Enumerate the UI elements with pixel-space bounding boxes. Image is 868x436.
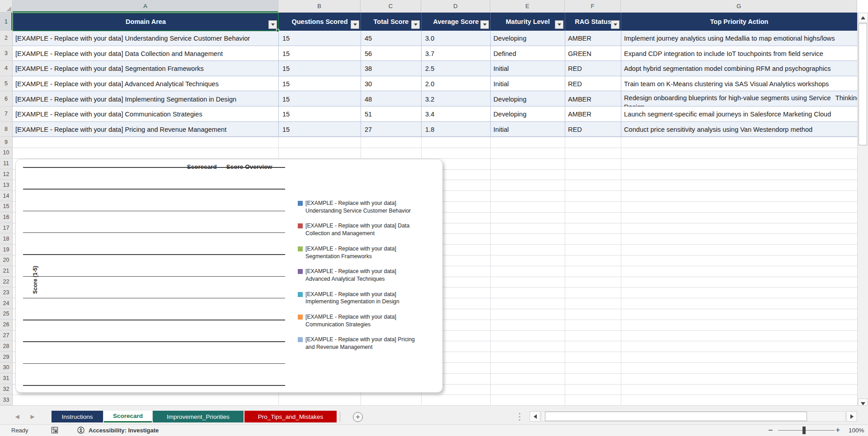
horizontal-scroll-thumb[interactable]	[545, 412, 807, 421]
column-header-A[interactable]: A	[13, 0, 278, 13]
row-header-19[interactable]: 19	[0, 244, 13, 255]
accessibility-status[interactable]: Accessibility: Investigate	[89, 427, 159, 434]
cell-F3[interactable]: GREEN	[565, 46, 627, 61]
cell-E3[interactable]: Defined	[490, 46, 571, 61]
column-header-C[interactable]: C	[361, 0, 421, 13]
cell-D6[interactable]: 3.2	[421, 91, 496, 107]
row-header-13[interactable]: 13	[0, 180, 13, 190]
table-header-0[interactable]: Domain Area	[13, 13, 278, 31]
sheet-tab-improvement_priorities[interactable]: Improvement_Priorities	[153, 411, 244, 422]
tab-scroll-splitter[interactable]: •••	[518, 412, 521, 422]
sheet-tab-instructions[interactable]: Instructions	[52, 411, 103, 422]
cell-B6[interactable]: 15	[278, 91, 366, 107]
cell-C3[interactable]: 56	[361, 46, 427, 61]
cell-A4[interactable]: [EXAMPLE - Replace with your data] Segme…	[13, 61, 284, 76]
cell-C4[interactable]: 38	[361, 61, 427, 76]
cell-A3[interactable]: [EXAMPLE - Replace with your data] Data …	[13, 46, 284, 61]
row-header-32[interactable]: 32	[0, 384, 13, 395]
cell-D7[interactable]: 3.4	[421, 107, 496, 122]
prev-sheet-button[interactable]: ◀	[13, 411, 22, 422]
cell-E8[interactable]: Initial	[490, 122, 571, 137]
row-header-33[interactable]: 33	[0, 394, 13, 405]
row-header-2[interactable]: 2	[0, 31, 13, 46]
legend-item-3[interactable]: [EXAMPLE - Replace with your data]Advanc…	[298, 268, 439, 283]
hscroll-left-button[interactable]	[530, 411, 540, 422]
cell-B8[interactable]: 15	[278, 122, 366, 137]
cell-C5[interactable]: 30	[361, 76, 427, 92]
row-header-5[interactable]: 5	[0, 76, 13, 92]
row-header-4[interactable]: 4	[0, 61, 13, 76]
cell-E2[interactable]: Developing	[490, 31, 571, 46]
cell-A7[interactable]: [EXAMPLE - Replace with your data] Commu…	[13, 107, 284, 122]
row-header-31[interactable]: 31	[0, 373, 13, 384]
row-header-9[interactable]: 9	[0, 137, 13, 148]
cell-B4[interactable]: 15	[278, 61, 366, 76]
legend-item-0[interactable]: [EXAMPLE - Replace with your data]Unders…	[298, 199, 439, 215]
cell-G3[interactable]: Expand CDP integration to include IoT to…	[621, 46, 863, 61]
row-header-6[interactable]: 6	[0, 91, 13, 107]
cell-D8[interactable]: 1.8	[421, 122, 496, 137]
filter-dropdown-F[interactable]	[611, 20, 619, 29]
zoom-in-button[interactable]: +	[835, 426, 840, 435]
row-header-21[interactable]: 21	[0, 266, 13, 277]
cell-F2[interactable]: AMBER	[565, 31, 627, 46]
cell-A2[interactable]: [EXAMPLE - Replace with your data] Under…	[13, 31, 284, 46]
cell-C8[interactable]: 27	[361, 122, 427, 137]
zoom-level[interactable]: 100%	[849, 427, 864, 434]
chart-score-overview[interactable]: Scorecard — Score Overview Score (1-5) […	[15, 159, 443, 393]
row-header-17[interactable]: 17	[0, 223, 13, 234]
legend-item-1[interactable]: [EXAMPLE - Replace with your data] DataC…	[298, 222, 439, 237]
cell-C6[interactable]: 48	[361, 91, 427, 107]
cell-B3[interactable]: 15	[278, 46, 366, 61]
row-header-28[interactable]: 28	[0, 341, 13, 352]
next-sheet-button[interactable]: ▶	[28, 411, 37, 422]
column-header-F[interactable]: F	[565, 0, 621, 13]
filter-dropdown-B[interactable]	[351, 20, 359, 29]
cell-A8[interactable]: [EXAMPLE - Replace with your data] Prici…	[13, 122, 284, 137]
row-header-29[interactable]: 29	[0, 352, 13, 362]
cell-D3[interactable]: 3.7	[421, 46, 496, 61]
vertical-scroll-thumb[interactable]	[859, 23, 867, 145]
row-header-1[interactable]: 1	[0, 13, 13, 31]
zoom-out-button[interactable]: −	[768, 426, 773, 435]
row-header-12[interactable]: 12	[0, 169, 13, 180]
column-header-E[interactable]: E	[490, 0, 565, 13]
legend-item-6[interactable]: [EXAMPLE - Replace with your data] Prici…	[298, 336, 439, 351]
cell-D4[interactable]: 2.5	[421, 61, 496, 76]
row-header-25[interactable]: 25	[0, 309, 13, 320]
cell-D2[interactable]: 3.0	[421, 31, 496, 46]
row-header-7[interactable]: 7	[0, 107, 13, 122]
cell-B7[interactable]: 15	[278, 107, 366, 122]
row-header-30[interactable]: 30	[0, 362, 13, 373]
row-header-10[interactable]: 10	[0, 148, 13, 158]
row-header-15[interactable]: 15	[0, 201, 13, 212]
zoom-slider-thumb[interactable]	[802, 427, 806, 434]
row-header-11[interactable]: 11	[0, 158, 13, 169]
select-all-corner[interactable]	[0, 0, 13, 13]
scroll-up-button[interactable]	[858, 13, 868, 23]
table-header-6[interactable]: Top Priority Action	[621, 13, 857, 31]
cell-F4[interactable]: RED	[565, 61, 627, 76]
cell-F6[interactable]: AMBER	[565, 91, 627, 107]
cell-G2[interactable]: Implement journey analytics using Medall…	[621, 31, 863, 46]
legend-item-5[interactable]: [EXAMPLE - Replace with your data]Commun…	[298, 313, 439, 329]
cell-G6[interactable]: Redesign onboarding blueprints for high-…	[621, 91, 863, 108]
accessibility-icon[interactable]	[77, 426, 85, 435]
column-header-G[interactable]: G	[621, 0, 857, 13]
row-header-22[interactable]: 22	[0, 277, 13, 288]
cell-A6[interactable]: [EXAMPLE - Replace with your data] Imple…	[13, 91, 284, 107]
row-header-27[interactable]: 27	[0, 330, 13, 341]
filter-dropdown-C[interactable]	[411, 20, 420, 29]
row-header-16[interactable]: 16	[0, 212, 13, 223]
cell-E7[interactable]: Developing	[490, 107, 571, 122]
filter-dropdown-E[interactable]	[555, 20, 563, 29]
cell-E5[interactable]: Initial	[490, 76, 571, 92]
cell-F7[interactable]: AMBER	[565, 107, 627, 122]
cell-D5[interactable]: 2.0	[421, 76, 496, 92]
row-header-3[interactable]: 3	[0, 46, 13, 61]
filter-dropdown-A[interactable]	[268, 20, 277, 29]
column-header-D[interactable]: D	[421, 0, 490, 13]
cell-C2[interactable]: 45	[361, 31, 427, 46]
table-header-1[interactable]: Questions Scored	[278, 13, 361, 31]
cell-G7[interactable]: Launch segment-specific email journeys i…	[621, 107, 863, 122]
